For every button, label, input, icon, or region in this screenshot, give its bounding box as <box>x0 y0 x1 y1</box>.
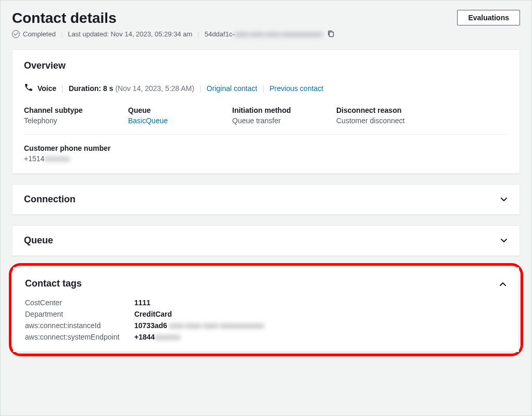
page-title: Contact details <box>12 10 117 27</box>
contact-tags-title: Contact tags <box>25 278 82 289</box>
duration-label: Duration: 8 s <box>69 84 113 93</box>
queue-title: Queue <box>24 235 53 246</box>
tag-value-instanceid: 10733ad6 xxxx-xxxx-xxxx-xxxxxxxxxxxx <box>134 321 507 330</box>
status-text: Completed <box>23 30 56 38</box>
svg-rect-0 <box>329 32 333 37</box>
queue-panel[interactable]: Queue <box>12 225 520 256</box>
chevron-down-icon <box>500 196 508 204</box>
tag-key-costcenter: CostCenter <box>25 298 134 307</box>
disconnect-label: Disconnect reason <box>336 106 508 114</box>
initiation-label: Initiation method <box>232 106 336 114</box>
tag-value-costcenter: 1111 <box>134 298 507 307</box>
disconnect-value: Customer disconnect <box>336 116 508 125</box>
queue-value-link[interactable]: BasicQueue <box>128 116 168 125</box>
contact-id-blurred: xxxx-xxxx-xxxx-xxxxxxxxxxxx <box>235 30 323 38</box>
last-updated-label: Last updated: <box>68 30 109 38</box>
copy-icon[interactable] <box>327 30 335 38</box>
overview-title: Overview <box>24 60 508 71</box>
duration-timestamp: (Nov 14, 2023, 5:28 AM) <box>115 84 194 93</box>
connection-title: Connection <box>24 194 75 205</box>
channel-voice: Voice <box>37 84 56 93</box>
channel-subtype-label: Channel subtype <box>24 106 128 114</box>
evaluations-button[interactable]: Evaluations <box>457 10 520 25</box>
contact-tags-panel: Contact tags CostCenter 1111 Department … <box>13 267 519 352</box>
queue-label: Queue <box>128 106 232 114</box>
completed-check-icon <box>12 30 20 38</box>
channel-subtype-value: Telephony <box>24 116 128 125</box>
tag-key-department: Department <box>25 310 134 318</box>
tag-value-systemendpoint: +1844xxxxxxx <box>134 333 507 341</box>
last-updated-value: Nov 14, 2023, 05:29:34 am <box>111 30 193 38</box>
previous-contact-link[interactable]: Previous contact <box>270 84 324 93</box>
tag-key-instanceid: aws:connect:instanceId <box>25 321 134 330</box>
tag-key-systemendpoint: aws:connect:systemEndpoint <box>25 333 134 341</box>
chevron-down-icon <box>500 237 508 245</box>
chevron-up-icon[interactable] <box>499 280 507 288</box>
original-contact-link[interactable]: Original contact <box>207 84 257 93</box>
tag-value-department: CreditCard <box>134 310 507 318</box>
contact-id-prefix: 54ddaf1c- <box>205 30 235 38</box>
customer-phone-blurred: xxxxxxx <box>44 154 70 163</box>
connection-panel[interactable]: Connection <box>12 184 520 215</box>
overview-panel: Overview Voice | Duration: 8 s (Nov 14, … <box>12 49 520 174</box>
initiation-value: Queue transfer <box>232 116 336 125</box>
header-meta: Completed | Last updated: Nov 14, 2023, … <box>12 30 520 38</box>
phone-icon <box>24 83 33 94</box>
customer-phone-label: Customer phone number <box>24 144 508 152</box>
customer-phone-prefix: +1514 <box>24 154 44 163</box>
